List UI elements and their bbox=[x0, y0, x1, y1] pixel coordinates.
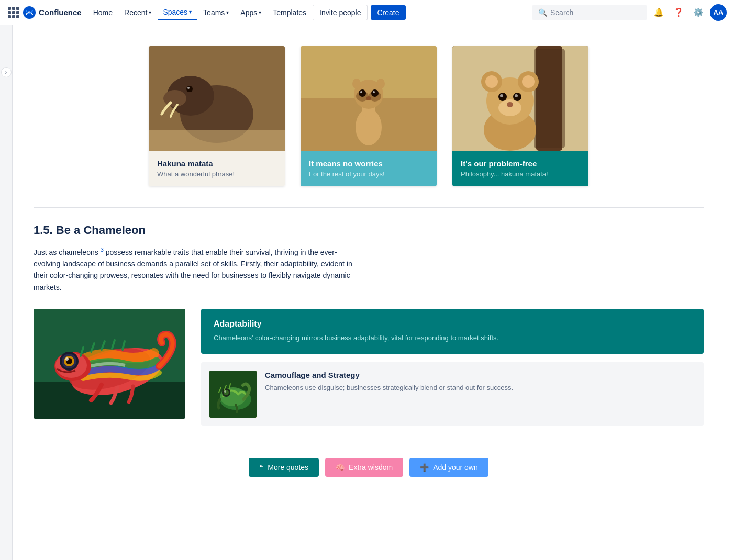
teams-chevron-icon: ▾ bbox=[226, 9, 229, 15]
svg-point-5 bbox=[186, 86, 193, 92]
svg-point-19 bbox=[366, 96, 371, 100]
more-quotes-button[interactable]: ❝ More quotes bbox=[249, 458, 319, 477]
card-problem-free: It's our problem-free Philosophy... haku… bbox=[452, 46, 588, 186]
section-body-text: Just as chameleons 3 possess remarkable … bbox=[34, 245, 358, 293]
svg-point-16 bbox=[371, 89, 379, 97]
nav-teams[interactable]: Teams ▾ bbox=[198, 5, 234, 20]
card3-subtitle: Philosophy... hakuna matata! bbox=[461, 170, 580, 178]
camouflage-text: Camouflage and Strategy Chameleons use d… bbox=[265, 371, 513, 393]
card3-title: It's our problem-free bbox=[461, 159, 580, 168]
svg-point-4 bbox=[163, 90, 186, 107]
chameleon-info-section: Adaptability Chameleons' color-changing … bbox=[34, 309, 704, 426]
svg-point-15 bbox=[359, 89, 366, 97]
nav-templates[interactable]: Templates bbox=[268, 5, 312, 20]
adaptability-title: Adaptability bbox=[214, 319, 691, 329]
camouflage-title: Camouflage and Strategy bbox=[265, 371, 513, 379]
card-hakuna-matata: Hakuna matata What a wonderful phrase! bbox=[149, 46, 285, 186]
recent-chevron-icon: ▾ bbox=[149, 9, 151, 15]
add-your-own-label: Add your own bbox=[433, 463, 478, 472]
lion-cub-image bbox=[452, 46, 588, 151]
apps-chevron-icon: ▾ bbox=[259, 9, 261, 15]
svg-rect-24 bbox=[534, 49, 565, 148]
nav-spaces[interactable]: Spaces ▾ bbox=[158, 5, 197, 20]
adaptability-card: Adaptability Chameleons' color-changing … bbox=[201, 309, 704, 354]
card2-subtitle: For the rest of your days! bbox=[309, 170, 428, 178]
svg-point-6 bbox=[187, 87, 190, 89]
meerkat-image bbox=[301, 46, 437, 151]
search-placeholder: Search bbox=[550, 8, 573, 17]
nav-items: Home Recent ▾ Spaces ▾ Teams ▾ Apps ▾ Te… bbox=[88, 5, 530, 20]
svg-point-30 bbox=[500, 94, 503, 97]
camouflage-body: Chameleons use disguise; businesses stra… bbox=[265, 383, 513, 393]
settings-button[interactable]: ⚙️ bbox=[690, 4, 707, 21]
extra-wisdom-label: Extra wisdom bbox=[349, 463, 393, 472]
svg-point-0 bbox=[23, 6, 36, 19]
chameleon-image bbox=[34, 309, 185, 419]
search-bar[interactable]: 🔍 Search bbox=[532, 5, 647, 20]
section-heading: 1.5. Be a Chameleon bbox=[34, 223, 704, 237]
section-divider-top bbox=[34, 207, 704, 208]
invite-people-button[interactable]: Invite people bbox=[313, 5, 368, 20]
page-layout: › bbox=[0, 25, 733, 560]
camouflage-image bbox=[209, 371, 257, 418]
card1-body: Hakuna matata What a wonderful phrase! bbox=[149, 151, 285, 186]
spaces-chevron-icon: ▾ bbox=[189, 9, 192, 15]
warthog-image bbox=[149, 46, 285, 151]
create-button[interactable]: Create bbox=[371, 5, 405, 20]
meerkat-svg bbox=[301, 46, 437, 151]
camouflage-card: Camouflage and Strategy Chameleons use d… bbox=[201, 362, 704, 426]
svg-point-27 bbox=[498, 99, 521, 116]
chameleon-info-cards: Adaptability Chameleons' color-changing … bbox=[201, 309, 704, 426]
svg-point-36 bbox=[522, 75, 535, 88]
body-text-prefix: Just as chameleons bbox=[34, 248, 101, 256]
footer-buttons: ❝ More quotes 🧠 Extra wisdom ➕ Add your … bbox=[34, 447, 704, 498]
svg-point-34 bbox=[485, 75, 498, 88]
extra-wisdom-button[interactable]: 🧠 Extra wisdom bbox=[325, 458, 403, 477]
adaptability-body: Chameleons' color-changing mirrors busin… bbox=[214, 333, 691, 343]
confluence-logo-text: Confluence bbox=[39, 8, 82, 17]
add-your-own-button[interactable]: ➕ Add your own bbox=[409, 458, 488, 477]
confluence-logo-icon bbox=[23, 6, 36, 19]
app-grid-button[interactable] bbox=[6, 5, 21, 20]
svg-point-18 bbox=[373, 91, 375, 93]
svg-rect-7 bbox=[149, 130, 285, 151]
brain-icon: 🧠 bbox=[336, 463, 345, 472]
sidebar-toggle-button[interactable]: › bbox=[1, 67, 12, 77]
plus-icon: ➕ bbox=[420, 463, 429, 472]
notifications-button[interactable]: 🔔 bbox=[650, 4, 667, 21]
nav-apps[interactable]: Apps ▾ bbox=[235, 5, 266, 20]
warthog-svg bbox=[149, 46, 285, 151]
card1-subtitle: What a wonderful phrase! bbox=[157, 170, 276, 178]
nav-right-actions: 🔍 Search 🔔 ❓ ⚙️ AA bbox=[532, 4, 727, 21]
card3-body: It's our problem-free Philosophy... haku… bbox=[452, 151, 588, 186]
card2-body: It means no worries For the rest of your… bbox=[301, 151, 437, 186]
avatar[interactable]: AA bbox=[710, 4, 727, 21]
cards-section: Hakuna matata What a wonderful phrase! bbox=[34, 25, 704, 202]
svg-point-20 bbox=[352, 79, 361, 89]
quote-icon: ❝ bbox=[259, 463, 263, 472]
top-navigation: Confluence Home Recent ▾ Spaces ▾ Teams … bbox=[0, 0, 733, 25]
chameleon-svg bbox=[34, 309, 185, 419]
svg-point-31 bbox=[515, 94, 518, 97]
card1-title: Hakuna matata bbox=[157, 159, 276, 168]
confluence-logo[interactable]: Confluence bbox=[23, 6, 82, 19]
sidebar-toggle: › bbox=[0, 25, 13, 560]
help-button[interactable]: ❓ bbox=[670, 4, 687, 21]
svg-point-32 bbox=[507, 102, 513, 107]
svg-point-21 bbox=[376, 79, 385, 89]
card2-title: It means no worries bbox=[309, 159, 428, 168]
footnote-ref: 3 bbox=[101, 247, 104, 253]
chameleon-section-container: 1.5. Be a Chameleon Just as chameleons 3… bbox=[34, 223, 704, 426]
chameleon-image-container bbox=[34, 309, 185, 419]
lion-cub-svg bbox=[452, 46, 588, 151]
nav-recent[interactable]: Recent ▾ bbox=[119, 5, 157, 20]
more-quotes-label: More quotes bbox=[268, 463, 308, 472]
nav-home[interactable]: Home bbox=[88, 5, 118, 20]
svg-point-47 bbox=[65, 357, 69, 361]
svg-point-17 bbox=[360, 91, 362, 93]
grid-icon bbox=[8, 7, 19, 18]
card-no-worries: It means no worries For the rest of your… bbox=[301, 46, 437, 186]
camouflage-svg bbox=[209, 371, 257, 418]
search-icon: 🔍 bbox=[538, 8, 547, 17]
main-content: Hakuna matata What a wonderful phrase! bbox=[13, 25, 725, 560]
